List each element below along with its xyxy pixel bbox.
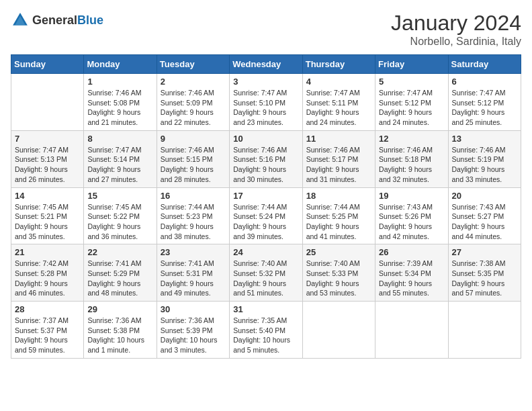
calendar-cell: 25Sunrise: 7:40 AMSunset: 5:33 PMDayligh… <box>302 244 375 302</box>
week-row-2: 14Sunrise: 7:45 AMSunset: 5:21 PMDayligh… <box>11 187 521 244</box>
day-info: Sunrise: 7:45 AMSunset: 5:21 PMDaylight:… <box>15 202 80 242</box>
day-info: Sunrise: 7:47 AMSunset: 5:14 PMDaylight:… <box>87 145 152 185</box>
day-number: 28 <box>15 304 80 314</box>
weekday-header-friday: Friday <box>375 55 448 74</box>
calendar-cell: 12Sunrise: 7:46 AMSunset: 5:18 PMDayligh… <box>375 130 448 187</box>
calendar-cell: 19Sunrise: 7:43 AMSunset: 5:26 PMDayligh… <box>375 187 448 244</box>
calendar-cell: 14Sunrise: 7:45 AMSunset: 5:21 PMDayligh… <box>11 187 84 244</box>
calendar-cell: 16Sunrise: 7:44 AMSunset: 5:23 PMDayligh… <box>157 187 229 244</box>
day-number: 21 <box>15 247 80 257</box>
week-row-4: 28Sunrise: 7:37 AMSunset: 5:37 PMDayligh… <box>11 302 521 359</box>
calendar-cell: 26Sunrise: 7:39 AMSunset: 5:34 PMDayligh… <box>375 244 448 302</box>
calendar-cell: 22Sunrise: 7:41 AMSunset: 5:29 PMDayligh… <box>84 244 157 302</box>
calendar-cell: 8Sunrise: 7:47 AMSunset: 5:14 PMDaylight… <box>84 130 157 187</box>
day-info: Sunrise: 7:47 AMSunset: 5:11 PMDaylight:… <box>306 88 371 128</box>
calendar-cell: 18Sunrise: 7:44 AMSunset: 5:25 PMDayligh… <box>302 187 375 244</box>
weekday-header-wednesday: Wednesday <box>230 55 302 74</box>
weekday-header-thursday: Thursday <box>302 55 375 74</box>
calendar-cell: 9Sunrise: 7:46 AMSunset: 5:15 PMDaylight… <box>157 130 229 187</box>
calendar-cell: 5Sunrise: 7:47 AMSunset: 5:12 PMDaylight… <box>375 74 448 131</box>
calendar-table: SundayMondayTuesdayWednesdayThursdayFrid… <box>11 54 521 359</box>
day-info: Sunrise: 7:46 AMSunset: 5:16 PMDaylight:… <box>233 145 298 185</box>
weekday-header-sunday: Sunday <box>11 55 84 74</box>
day-number: 12 <box>379 134 444 144</box>
day-number: 19 <box>379 191 444 201</box>
logo-text-general: General <box>32 13 77 27</box>
day-info: Sunrise: 7:46 AMSunset: 5:09 PMDaylight:… <box>161 88 226 128</box>
weekday-header-monday: Monday <box>84 55 157 74</box>
day-number: 11 <box>306 134 371 144</box>
day-number: 13 <box>452 134 517 144</box>
day-number: 18 <box>306 191 371 201</box>
calendar-cell: 7Sunrise: 7:47 AMSunset: 5:13 PMDaylight… <box>11 130 84 187</box>
calendar-cell: 31Sunrise: 7:35 AMSunset: 5:40 PMDayligh… <box>230 302 302 359</box>
logo: GeneralBlue <box>11 11 103 30</box>
day-number: 6 <box>452 77 517 87</box>
day-info: Sunrise: 7:40 AMSunset: 5:33 PMDaylight:… <box>306 259 371 298</box>
day-info: Sunrise: 7:43 AMSunset: 5:27 PMDaylight:… <box>452 202 517 242</box>
day-number: 4 <box>306 77 371 87</box>
day-number: 10 <box>233 134 298 144</box>
calendar-cell: 28Sunrise: 7:37 AMSunset: 5:37 PMDayligh… <box>11 302 84 359</box>
weekday-header-tuesday: Tuesday <box>157 55 229 74</box>
logo-text-blue: Blue <box>77 13 103 27</box>
day-info: Sunrise: 7:47 AMSunset: 5:12 PMDaylight:… <box>379 88 444 128</box>
day-number: 31 <box>233 304 298 314</box>
day-number: 30 <box>161 304 226 314</box>
calendar-cell: 1Sunrise: 7:46 AMSunset: 5:08 PMDaylight… <box>84 74 157 131</box>
calendar-cell: 24Sunrise: 7:40 AMSunset: 5:32 PMDayligh… <box>230 244 302 302</box>
day-info: Sunrise: 7:41 AMSunset: 5:29 PMDaylight:… <box>87 259 152 298</box>
day-info: Sunrise: 7:46 AMSunset: 5:17 PMDaylight:… <box>306 145 371 185</box>
day-info: Sunrise: 7:46 AMSunset: 5:19 PMDaylight:… <box>452 145 517 185</box>
calendar-cell: 29Sunrise: 7:36 AMSunset: 5:38 PMDayligh… <box>84 302 157 359</box>
week-row-3: 21Sunrise: 7:42 AMSunset: 5:28 PMDayligh… <box>11 244 521 302</box>
day-info: Sunrise: 7:44 AMSunset: 5:25 PMDaylight:… <box>306 202 371 242</box>
day-number: 25 <box>306 247 371 257</box>
day-number: 8 <box>87 134 152 144</box>
calendar-cell: 23Sunrise: 7:41 AMSunset: 5:31 PMDayligh… <box>157 244 229 302</box>
day-info: Sunrise: 7:36 AMSunset: 5:39 PMDaylight:… <box>161 316 226 355</box>
day-number: 23 <box>161 247 226 257</box>
calendar-cell: 10Sunrise: 7:46 AMSunset: 5:16 PMDayligh… <box>230 130 302 187</box>
day-info: Sunrise: 7:45 AMSunset: 5:22 PMDaylight:… <box>87 202 152 242</box>
day-number: 20 <box>452 191 517 201</box>
day-info: Sunrise: 7:44 AMSunset: 5:24 PMDaylight:… <box>233 202 298 242</box>
day-info: Sunrise: 7:47 AMSunset: 5:10 PMDaylight:… <box>233 88 298 128</box>
day-info: Sunrise: 7:43 AMSunset: 5:26 PMDaylight:… <box>379 202 444 242</box>
day-number: 14 <box>15 191 80 201</box>
day-number: 26 <box>379 247 444 257</box>
calendar-cell: 2Sunrise: 7:46 AMSunset: 5:09 PMDaylight… <box>157 74 229 131</box>
day-info: Sunrise: 7:46 AMSunset: 5:15 PMDaylight:… <box>161 145 226 185</box>
day-number: 9 <box>161 134 226 144</box>
day-info: Sunrise: 7:39 AMSunset: 5:34 PMDaylight:… <box>379 259 444 298</box>
calendar-cell: 20Sunrise: 7:43 AMSunset: 5:27 PMDayligh… <box>448 187 521 244</box>
day-number: 29 <box>87 304 152 314</box>
day-number: 7 <box>15 134 80 144</box>
calendar-cell: 4Sunrise: 7:47 AMSunset: 5:11 PMDaylight… <box>302 74 375 131</box>
day-info: Sunrise: 7:35 AMSunset: 5:40 PMDaylight:… <box>233 316 298 355</box>
calendar-cell: 3Sunrise: 7:47 AMSunset: 5:10 PMDaylight… <box>230 74 302 131</box>
weekday-header-saturday: Saturday <box>448 55 521 74</box>
calendar-cell: 15Sunrise: 7:45 AMSunset: 5:22 PMDayligh… <box>84 187 157 244</box>
day-info: Sunrise: 7:47 AMSunset: 5:12 PMDaylight:… <box>452 88 517 128</box>
day-number: 16 <box>161 191 226 201</box>
day-info: Sunrise: 7:46 AMSunset: 5:08 PMDaylight:… <box>87 88 152 128</box>
day-info: Sunrise: 7:40 AMSunset: 5:32 PMDaylight:… <box>233 259 298 298</box>
day-info: Sunrise: 7:38 AMSunset: 5:35 PMDaylight:… <box>452 259 517 298</box>
day-number: 15 <box>87 191 152 201</box>
header: GeneralBlue January 2024 Norbello, Sardi… <box>11 11 521 48</box>
day-info: Sunrise: 7:47 AMSunset: 5:13 PMDaylight:… <box>15 145 80 185</box>
title-area: January 2024 Norbello, Sardinia, Italy <box>391 11 521 48</box>
day-info: Sunrise: 7:46 AMSunset: 5:18 PMDaylight:… <box>379 145 444 185</box>
day-number: 1 <box>87 77 152 87</box>
calendar-cell <box>448 302 521 359</box>
month-title: January 2024 <box>391 11 521 36</box>
day-number: 27 <box>452 247 517 257</box>
weekday-header-row: SundayMondayTuesdayWednesdayThursdayFrid… <box>11 55 521 74</box>
day-info: Sunrise: 7:44 AMSunset: 5:23 PMDaylight:… <box>161 202 226 242</box>
calendar-cell <box>375 302 448 359</box>
logo-icon <box>11 11 30 30</box>
day-number: 3 <box>233 77 298 87</box>
calendar-cell: 21Sunrise: 7:42 AMSunset: 5:28 PMDayligh… <box>11 244 84 302</box>
day-number: 17 <box>233 191 298 201</box>
